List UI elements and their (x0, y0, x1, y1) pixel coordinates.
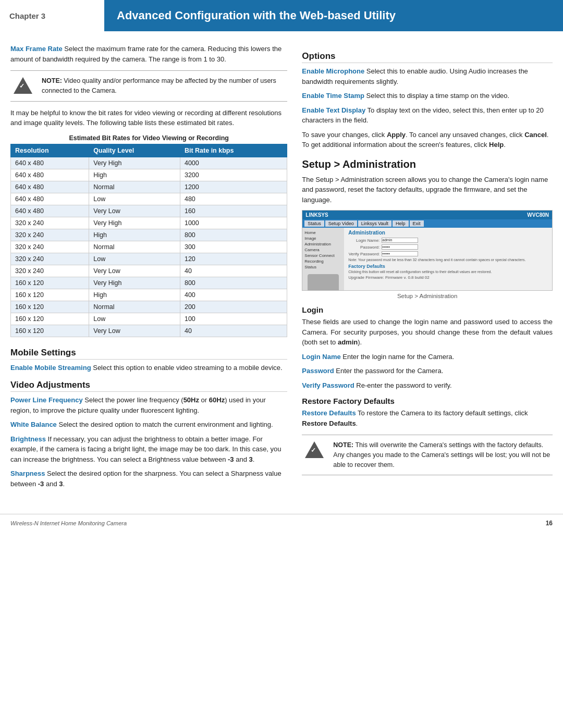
login-para-bold: admin (338, 338, 358, 346)
ss-nav-item-exit[interactable]: Exit (410, 220, 424, 227)
table-cell: 4000 (180, 157, 287, 169)
table-cell: 320 x 240 (11, 253, 89, 265)
left-column: Max Frame Rate Select the maximum frame … (10, 44, 287, 493)
ss-header: LINKSYS WVC80N (302, 211, 552, 219)
note-box-2: NOTE: This will overwrite the Camera's s… (302, 435, 553, 475)
login-heading: Login (302, 305, 553, 314)
power-line-60hz: 60Hz (209, 396, 225, 404)
ss-admin-title: Administration (348, 230, 548, 236)
ss-password-row: Password: •••••• (348, 244, 548, 250)
password-para: Password Enter the password for the Came… (302, 366, 553, 376)
table-row: 640 x 480Very High4000 (11, 157, 287, 169)
table-cell: 640 x 480 (11, 193, 89, 205)
table-row: 320 x 240High800 (11, 229, 287, 241)
table-cell: High (89, 289, 180, 301)
brightness-label: Brightness (10, 435, 46, 443)
save-changes-text2: . To cancel any unsaved changes, click (406, 131, 524, 139)
table-cell: High (89, 229, 180, 241)
ss-login-row: Login Name: admin (348, 238, 548, 243)
enable-microphone-para: Enable Microphone Select this to enable … (302, 66, 553, 87)
table-cell: 320 x 240 (11, 241, 89, 253)
table-row: 160 x 120Low100 (11, 313, 287, 325)
main-content: Max Frame Rate Select the maximum frame … (0, 31, 563, 503)
save-changes-text4: . (504, 141, 506, 149)
brightness-end: . (253, 455, 255, 463)
video-adjustments-heading: Video Adjustments (10, 380, 287, 392)
table-cell: 1000 (180, 217, 287, 229)
ss-nav-item-setup[interactable]: Setup Video (325, 220, 357, 227)
ss-pass-input: •••••• (382, 244, 418, 250)
note-content-1: Video quality and/or performance may be … (42, 77, 276, 94)
restore-defaults-text: To restore the Camera to its factory def… (356, 409, 528, 417)
note-label-2: NOTE: (333, 441, 353, 449)
setup-admin-para: The Setup > Administration screen allows… (302, 175, 553, 205)
ss-firmware-row: Upgrade Firmware: Firmware v. 0.8 build … (348, 275, 548, 280)
table-cell: Normal (89, 301, 180, 313)
table-row: 320 x 240Normal300 (11, 241, 287, 253)
sharpness-end: . (63, 480, 65, 488)
table-cell: Very Low (89, 325, 180, 337)
apply-text: Apply (387, 131, 406, 139)
table-cell: 160 x 120 (11, 325, 89, 337)
max-frame-rate-label: Max Frame Rate (10, 45, 63, 53)
enable-timestamp-para: Enable Time Stamp Select this to display… (302, 91, 553, 101)
setup-admin-heading: Setup > Administration (302, 158, 553, 171)
page-footer: Wireless-N Internet Home Monitoring Came… (0, 514, 563, 532)
table-row: 160 x 120Normal200 (11, 301, 287, 313)
table-row: 640 x 480High3200 (11, 169, 287, 181)
white-balance-text: Select the desired option to match the c… (57, 421, 273, 428)
ss-nav-item-admin[interactable]: Linksys Vault (358, 220, 391, 227)
ss-verify-label: Verify Password: (348, 252, 380, 256)
login-name-text: Enter the login name for the Camera. (341, 353, 455, 361)
ss-logo: LINKSYS (305, 212, 328, 218)
chapter-label: Chapter 3 (0, 0, 104, 31)
table-cell: High (89, 169, 180, 181)
ss-sidebar: Home Image Administration Camera Sensor … (302, 228, 344, 291)
table-cell: 800 (180, 277, 287, 289)
ss-verify-input: •••••• (382, 251, 418, 256)
ss-main-panel: Administration Login Name: admin Passwor… (344, 228, 552, 291)
enable-timestamp-text: Select this to display a time stamp on t… (364, 92, 509, 100)
ss-item-home: Home (304, 230, 342, 236)
table-cell: 320 x 240 (11, 229, 89, 241)
table-cell: Very Low (89, 265, 180, 277)
table-cell: 640 x 480 (11, 181, 89, 193)
footer-product-name: Wireless-N Internet Home Monitoring Came… (10, 520, 127, 526)
login-para-end: ). (358, 338, 362, 346)
restore-factory-heading-text: Restore Factory Defaults (302, 397, 395, 405)
admin-screenshot: LINKSYS WVC80N Status Setup Video Linksy… (302, 210, 553, 291)
ss-nav-item-help[interactable]: Help (393, 220, 409, 227)
login-name-label: Login Name (302, 353, 340, 361)
login-heading-text: Login (302, 305, 323, 314)
table-cell: 300 (180, 241, 287, 253)
note-triangle-icon (14, 77, 32, 94)
ss-item-sensor: Sensor Connect (304, 253, 342, 258)
ss-nav-item-status[interactable]: Status (304, 220, 324, 227)
table-cell: Normal (89, 181, 180, 193)
brightness-minus3: -3 (228, 455, 234, 463)
page-header: Chapter 3 Advanced Configuration with th… (0, 0, 563, 31)
table-cell: 3200 (180, 169, 287, 181)
table-row: 320 x 240Low120 (11, 253, 287, 265)
brightness-3: 3 (249, 455, 252, 463)
bit-rate-intro: It may be helpful to know the bit rates … (10, 108, 287, 128)
table-cell: 200 (180, 301, 287, 313)
ss-login-label: Login Name: (348, 238, 380, 243)
table-row: 320 x 240Very High1000 (11, 217, 287, 229)
footer-page-number: 16 (546, 520, 553, 527)
note-text-2: NOTE: This will overwrite the Camera's s… (333, 440, 553, 470)
white-balance-label: White Balance (10, 421, 57, 428)
sharpness-and: and (44, 480, 59, 488)
sharpness-label: Sharpness (10, 470, 45, 477)
password-label: Password (302, 367, 334, 375)
col-quality: Quality Level (89, 144, 180, 157)
table-header-row: Resolution Quality Level Bit Rate in kbp… (11, 144, 287, 157)
verify-password-text: Re-enter the password to verify. (354, 381, 452, 389)
page-title: Advanced Configuration with the Web-base… (104, 0, 563, 31)
table-row: 640 x 480Very Low160 (11, 205, 287, 217)
ss-item-camera: Camera (304, 247, 342, 253)
table-cell: Very High (89, 217, 180, 229)
table-cell: 100 (180, 313, 287, 325)
note-triangle-icon-2 (305, 441, 324, 458)
enable-text-display-label: Enable Text Display (302, 106, 365, 114)
